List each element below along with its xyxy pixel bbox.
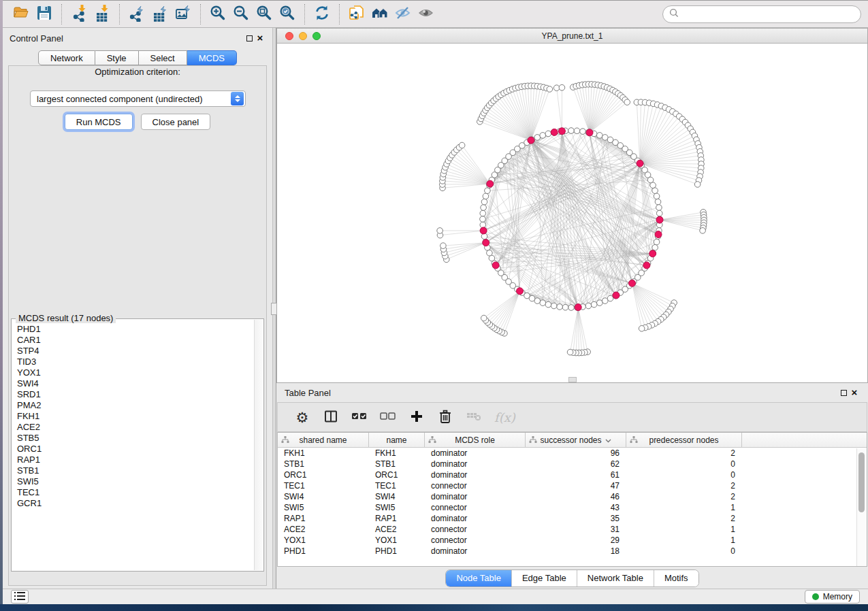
select-all-button[interactable] [351,407,368,427]
tab-network-table[interactable]: Network Table [577,570,654,587]
zoom-in-button[interactable] [206,3,229,26]
zoom-out-button[interactable] [229,3,253,26]
cell-name: ORC1 [369,469,425,480]
mcds-result-item[interactable]: RAP1 [17,455,254,465]
import-table-button[interactable] [91,3,114,26]
table-scrollbar[interactable] [856,448,867,566]
canvas-splitter-handle[interactable] [568,377,577,382]
export-image-button[interactable] [172,3,195,26]
import-network-button[interactable] [67,3,91,26]
save-session-button[interactable] [33,3,56,26]
table-row[interactable]: ORC1ORC1dominator610 [278,469,867,480]
mcds-result-item[interactable]: SRD1 [17,389,254,400]
column-header-predecessor-nodes[interactable]: predecessor nodes [626,433,742,447]
add-column-button[interactable] [408,407,425,427]
toolbar-separator [119,4,120,24]
network-canvas[interactable] [277,44,867,382]
control-panel: Control Panel × NetworkStyleSelectMCDS O… [3,28,272,589]
list-icon [14,592,25,602]
mcds-result-list[interactable]: PHD1CAR1STP4TID3YOX1SWI4SRD1PMA2FKH1ACE2… [12,320,254,570]
delete-column-button[interactable] [437,407,453,427]
export-network-button[interactable] [125,3,148,26]
float-panel-button[interactable] [244,33,255,44]
mcds-result-item[interactable]: ORC1 [17,444,254,455]
network-titlebar: YPA_prune.txt_1 [277,29,867,44]
cell-MCDS-role: dominator [425,513,526,524]
table-mode-gear-button[interactable]: ⚙ [294,407,310,427]
close-panel-button[interactable]: × [255,33,266,44]
table-row[interactable]: SWI5SWI5connector431 [278,502,867,513]
table-row[interactable]: RAP1RAP1dominator352 [278,513,867,524]
mcds-result-item[interactable]: SWI4 [17,378,254,389]
node-table: shared namenameMCDS rolesuccessor nodesp… [277,432,867,567]
search-input[interactable] [683,10,854,20]
column-header-shared-name[interactable]: shared name [278,433,369,447]
open-file-button[interactable] [10,3,33,26]
mcds-result-item[interactable]: GCR1 [17,498,254,509]
cell-predecessor-nodes: 0 [626,546,742,557]
mcds-result-item[interactable]: TID3 [17,357,254,367]
first-neighbors-button[interactable] [368,3,391,26]
tab-select[interactable]: Select [139,50,187,65]
mcds-result-item[interactable]: CAR1 [17,335,254,346]
table-row[interactable]: TEC1TEC1connector472 [278,480,867,491]
zoom-fit-button[interactable] [253,3,276,26]
screen: Control Panel × NetworkStyleSelectMCDS O… [0,0,868,611]
memory-button[interactable]: Memory [805,590,860,604]
tab-motifs[interactable]: Motifs [654,570,698,587]
cell-successor-nodes: 29 [526,535,626,546]
column-header-MCDS-role[interactable]: MCDS role [425,433,526,447]
copy-network-button[interactable] [345,3,368,26]
mcds-result-item[interactable]: STB5 [17,433,254,444]
column-type-icon [529,436,537,446]
show-all-button[interactable] [415,3,438,26]
cell-name: RAP1 [369,513,425,524]
table-row[interactable]: SWI4SWI4dominator462 [278,491,867,502]
mcds-list-scrollbar[interactable] [254,320,263,570]
mcds-result-item[interactable]: STP4 [17,346,254,357]
mcds-result-item[interactable]: TEC1 [17,487,254,498]
column-type-icon [281,436,289,446]
tab-style[interactable]: Style [95,50,139,65]
table-row[interactable]: FKH1FKH1dominator962 [278,448,867,459]
close-table-panel-button[interactable]: × [849,387,860,398]
tab-network[interactable]: Network [38,50,95,65]
mcds-result-item[interactable]: FKH1 [17,411,254,422]
zoom-selected-button[interactable] [276,3,299,26]
table-row[interactable]: ACE2ACE2connector311 [278,524,867,535]
save-session-icon [35,4,53,24]
table-row[interactable]: PHD1PHD1dominator180 [278,546,867,557]
cell-MCDS-role: dominator [425,546,526,557]
float-table-panel-button[interactable] [838,387,849,398]
export-network-icon [128,4,146,24]
task-history-button[interactable] [11,590,29,604]
run-mcds-button[interactable]: Run MCDS [65,114,133,130]
column-header-name[interactable]: name [369,433,425,447]
mcds-result-item[interactable]: STB1 [17,465,254,476]
table-scrollbar-thumb[interactable] [858,452,865,512]
cell-name: PHD1 [369,546,425,557]
network-title: YPA_prune.txt_1 [277,31,867,41]
show-columns-button[interactable] [323,407,339,427]
refresh-button[interactable] [310,3,334,26]
tab-node-table[interactable]: Node Table [446,570,511,587]
control-panel-title: Control Panel [10,33,63,44]
search-box[interactable] [662,5,861,23]
deselect-all-button[interactable] [380,407,396,427]
mcds-result-item[interactable]: ACE2 [17,422,254,433]
hide-selected-button[interactable] [391,3,415,26]
tab-mcds[interactable]: MCDS [187,50,237,65]
cell-successor-nodes: 46 [526,491,626,502]
tab-edge-table[interactable]: Edge Table [511,570,577,587]
close-mcds-panel-button[interactable]: Close panel [141,114,211,130]
mcds-result-item[interactable]: PHD1 [17,324,254,335]
table-row[interactable]: YOX1YOX1connector291 [278,535,867,546]
mcds-result-item[interactable]: PMA2 [17,400,254,411]
network-graph[interactable] [277,44,867,382]
table-row[interactable]: STB1STB1dominator620 [278,459,867,469]
column-header-successor-nodes[interactable]: successor nodes [526,433,626,447]
export-table-button[interactable] [148,3,172,26]
criterion-dropdown[interactable]: largest connected component (undirected) [30,90,246,107]
mcds-result-item[interactable]: SWI5 [17,476,254,487]
mcds-result-item[interactable]: YOX1 [17,367,254,378]
